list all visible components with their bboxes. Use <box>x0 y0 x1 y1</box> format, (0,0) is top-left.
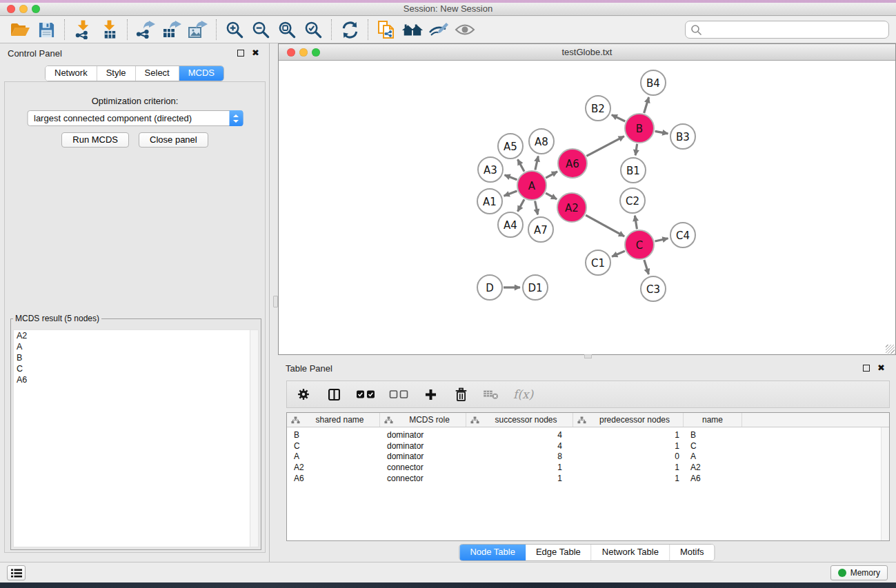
tab-network-table[interactable]: Network Table <box>592 545 670 560</box>
tab-mcds[interactable]: MCDS <box>179 66 223 81</box>
graph-node-A3[interactable]: A3 <box>478 157 503 182</box>
graph-node-D1[interactable]: D1 <box>523 275 548 300</box>
cell-successor-nodes[interactable]: 1 <box>466 463 573 472</box>
network-graph[interactable]: B4B2BB3A5A8A6A3AB1A1A2C2A4A7C4CC1DD1C3 <box>279 61 895 354</box>
task-history-button[interactable] <box>7 565 26 580</box>
graph-edge-A-A5[interactable] <box>518 159 525 171</box>
table-scrollbar[interactable] <box>881 427 889 540</box>
dropdown-stepper-icon[interactable] <box>229 110 243 126</box>
close-table-panel-icon[interactable]: ✖ <box>877 365 885 372</box>
graph-edge-C-C3[interactable] <box>644 260 649 274</box>
open-session-button[interactable] <box>7 18 33 41</box>
close-panel-button[interactable]: Close panel <box>139 132 208 148</box>
graph-node-B3[interactable]: B3 <box>670 124 695 149</box>
home-views-button[interactable] <box>399 18 426 41</box>
graph-node-C4[interactable]: C4 <box>670 223 695 247</box>
column-header-predecessor-nodes[interactable]: predecessor nodes <box>573 413 684 427</box>
window-resize-grip[interactable] <box>886 345 895 354</box>
minimize-window-button[interactable] <box>19 5 28 13</box>
column-layout-button[interactable] <box>326 385 342 404</box>
graph-node-C3[interactable]: C3 <box>641 276 666 301</box>
delete-columns-button[interactable] <box>452 385 469 404</box>
graph-node-D[interactable]: D <box>477 275 502 300</box>
delete-table-button[interactable] <box>483 385 499 404</box>
close-window-button[interactable] <box>7 5 15 13</box>
cell-name[interactable]: B <box>684 430 742 440</box>
search-box[interactable] <box>685 21 889 39</box>
add-column-button[interactable] <box>422 385 439 404</box>
node-table[interactable]: shared nameMCDS rolesuccessor nodesprede… <box>286 412 890 541</box>
graph-edge-A-A2[interactable] <box>546 193 557 199</box>
result-list-scrollbar[interactable] <box>250 330 258 547</box>
graph-edge-B-B4[interactable] <box>644 97 649 113</box>
graph-node-B4[interactable]: B4 <box>641 70 666 95</box>
clone-network-button[interactable] <box>373 18 399 41</box>
cell-MCDS-role[interactable]: connector <box>380 463 466 472</box>
search-input[interactable] <box>702 24 884 36</box>
graph-edge-C-C2[interactable] <box>635 216 637 230</box>
network-close-button[interactable] <box>287 48 295 57</box>
result-item-a2[interactable]: A2 <box>14 330 258 341</box>
column-header-MCDS-role[interactable]: MCDS role <box>380 413 466 427</box>
graph-edge-B-B2[interactable] <box>612 115 625 121</box>
result-item-a6[interactable]: A6 <box>14 374 258 385</box>
refresh-layout-button[interactable] <box>337 18 363 41</box>
left-splitter-handle[interactable] <box>273 296 278 307</box>
cell-successor-nodes[interactable]: 4 <box>466 430 573 440</box>
cell-shared-name[interactable]: C <box>287 441 380 451</box>
cell-MCDS-role[interactable]: dominator <box>380 441 466 451</box>
show-graphics-details-button[interactable] <box>452 18 478 41</box>
graph-edge-B-B3[interactable] <box>655 131 668 134</box>
table-row[interactable]: A6connector11A6 <box>287 473 889 484</box>
float-panel-icon[interactable] <box>237 50 244 57</box>
close-panel-icon[interactable]: ✖ <box>252 50 259 57</box>
export-table-button[interactable] <box>159 18 185 41</box>
cell-successor-nodes[interactable]: 1 <box>466 474 573 483</box>
graph-node-A2[interactable]: A2 <box>557 193 586 222</box>
graph-node-B[interactable]: B <box>625 114 654 143</box>
cell-successor-nodes[interactable]: 8 <box>466 452 573 461</box>
graph-edge-A6-B[interactable] <box>586 136 624 156</box>
graph-edge-A-A8[interactable] <box>535 156 538 170</box>
result-item-b[interactable]: B <box>14 352 258 363</box>
graph-node-C2[interactable]: C2 <box>620 188 645 213</box>
cell-MCDS-role[interactable]: dominator <box>380 430 466 440</box>
export-network-button[interactable] <box>132 18 159 41</box>
select-all-button[interactable] <box>356 385 375 404</box>
graph-edge-C-C1[interactable] <box>612 251 625 256</box>
graph-edge-A-A4[interactable] <box>518 199 525 211</box>
tab-motifs[interactable]: Motifs <box>670 545 715 560</box>
cell-shared-name[interactable]: A2 <box>287 463 380 472</box>
column-header-name[interactable]: name <box>684 413 742 427</box>
zoom-selected-button[interactable] <box>300 18 326 41</box>
graph-node-A1[interactable]: A1 <box>477 189 502 214</box>
table-settings-button[interactable] <box>295 385 312 404</box>
zoom-fit-button[interactable] <box>274 18 300 41</box>
cell-name[interactable]: A6 <box>684 474 742 483</box>
mcds-result-list[interactable]: A2ABCA6 <box>13 330 259 547</box>
cell-name[interactable]: A <box>684 452 742 461</box>
tab-style[interactable]: Style <box>97 66 136 81</box>
hide-graphics-details-button[interactable] <box>426 18 452 41</box>
cell-successor-nodes[interactable]: 4 <box>466 441 573 451</box>
cell-shared-name[interactable]: A <box>287 452 380 461</box>
column-header-shared-name[interactable]: shared name <box>287 413 380 427</box>
result-item-c[interactable]: C <box>14 363 258 374</box>
graph-node-A6[interactable]: A6 <box>558 149 587 178</box>
graph-node-A[interactable]: A <box>517 171 546 200</box>
graph-node-A5[interactable]: A5 <box>498 134 523 159</box>
graph-edge-A-A3[interactable] <box>505 175 517 180</box>
graph-edge-B-B1[interactable] <box>635 144 637 155</box>
graph-node-B1[interactable]: B1 <box>621 158 646 183</box>
save-session-button[interactable] <box>33 18 59 41</box>
cell-predecessor-nodes[interactable]: 0 <box>573 452 684 461</box>
optimization-criterion-dropdown[interactable]: largest connected component (directed) <box>27 110 243 126</box>
zoom-in-button[interactable] <box>221 18 248 41</box>
table-row[interactable]: Cdominator41C <box>287 440 889 452</box>
cell-name[interactable]: A2 <box>684 463 742 472</box>
tab-node-table[interactable]: Node Table <box>459 545 526 560</box>
import-table-button[interactable] <box>96 18 122 41</box>
cell-shared-name[interactable]: B <box>287 430 380 440</box>
graph-node-A7[interactable]: A7 <box>528 217 553 242</box>
export-image-button[interactable] <box>185 18 211 41</box>
